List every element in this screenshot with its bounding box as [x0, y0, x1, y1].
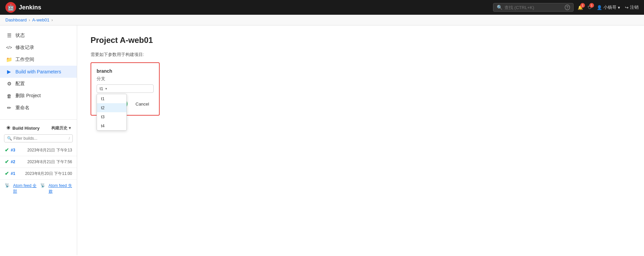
shield-badge[interactable]: 🛡 1: [588, 5, 592, 10]
branch-dropdown-wrapper[interactable]: t1 ▾ t1 t2 t3 t4: [97, 84, 154, 93]
jenkins-logo-icon: 🤖: [5, 2, 16, 13]
sidebar-item-config[interactable]: ⚙ 配置: [0, 78, 77, 90]
dropdown-caret-icon: ▾: [105, 87, 107, 90]
sidebar-item-delete[interactable]: 🗑 删除 Project: [0, 90, 77, 102]
option-t2[interactable]: t2: [97, 103, 126, 112]
atom-feed-bar: 📡 Atom feed 全部 📡 Atom feed 失败: [0, 180, 77, 198]
logo[interactable]: 🤖 Jenkins: [5, 2, 41, 13]
build-history-header: ☀ Build History 构建历史 ▾: [0, 122, 77, 132]
breadcrumb-sep-2: ›: [51, 17, 53, 22]
param-name: branch: [97, 68, 154, 74]
branch-dropdown-list[interactable]: t1 t2 t3 t4: [97, 94, 127, 131]
rename-icon: ✏: [6, 105, 12, 111]
filter-search-icon: 🔍: [7, 136, 12, 141]
sidebar-item-label-rename: 重命名: [15, 105, 30, 111]
build-num-2: ✔ #2: [5, 159, 15, 165]
logout-button[interactable]: ↪ 注销: [625, 4, 639, 10]
build-num-3: ✔ #3: [5, 147, 15, 153]
user-icon: 👤: [597, 5, 602, 10]
sidebar-item-workspace[interactable]: 📁 工作空间: [0, 54, 77, 66]
build-date-3: 2023年8月21日 下午9:13: [28, 147, 72, 153]
branch-dropdown[interactable]: t1 ▾: [97, 84, 154, 93]
sidebar-item-build-with-params[interactable]: ▶ Build with Parameters: [0, 66, 77, 78]
option-t1[interactable]: t1: [97, 94, 126, 103]
topnav-icons: 🔔 1 🛡 1 👤 小杨哥 ▾ ↪ 注销: [578, 4, 639, 10]
build-date-2: 2023年8月21日 下午7:56: [28, 159, 72, 165]
breadcrumb-aweb01[interactable]: A-web01: [32, 17, 49, 22]
sidebar-item-rename[interactable]: ✏ 重命名: [0, 102, 77, 114]
sidebar-item-label-delete: 删除 Project: [15, 93, 41, 99]
atom-feed-fail[interactable]: Atom feed 失败: [49, 183, 72, 194]
slash-icon: /: [69, 136, 70, 140]
layout: ☰ 状态 </> 修改记录 📁 工作空间 ▶ Build with Parame…: [0, 25, 644, 255]
build-num-label-2: #2: [11, 159, 15, 164]
logout-icon: ↪: [625, 5, 629, 10]
sidebar-item-label-changes: 修改记录: [15, 45, 34, 51]
user-menu[interactable]: 👤 小杨哥 ▾: [597, 4, 620, 10]
atom-feed-all[interactable]: Atom feed 全部: [13, 183, 37, 194]
main-content: Project A-web01 需要如下参数用于构建项目: branch 分支 …: [77, 25, 644, 255]
build-num-label-3: #3: [11, 148, 15, 152]
sidebar: ☰ 状态 </> 修改记录 📁 工作空间 ▶ Build with Parame…: [0, 25, 77, 255]
build-date-1: 2023年8月20日 下午11:00: [25, 171, 72, 177]
top-nav: 🤖 Jenkins 🔍 ? 🔔 1 🛡 1 👤 小杨哥 ▾ ↪ 注销: [0, 0, 644, 15]
build-num-label-1: #1: [11, 171, 15, 176]
build-history-section: ☀ Build History 构建历史 ▾ 🔍 / ✔ #3 2023年8月2…: [0, 119, 77, 198]
atom-icon-1: 📡: [5, 183, 10, 194]
breadcrumb-sep-1: ›: [29, 17, 30, 22]
search-icon: 🔍: [497, 5, 502, 10]
option-t3[interactable]: t3: [97, 112, 126, 121]
chevron-down-icon: ▾: [618, 5, 620, 10]
logo-text: Jenkins: [19, 4, 41, 11]
search-input[interactable]: [504, 5, 563, 10]
params-box: branch 分支 t1 ▾ t1 t2 t3 t4 开始构建 Cancel: [91, 62, 160, 116]
changes-icon: </>: [6, 45, 12, 50]
sidebar-item-label-status: 状态: [15, 33, 25, 39]
build-history-label-zh: 构建历史: [51, 125, 67, 131]
help-icon[interactable]: ?: [565, 5, 570, 10]
cancel-button[interactable]: Cancel: [131, 99, 154, 109]
breadcrumb: Dashboard › A-web01 ›: [0, 15, 644, 25]
build-icon: ▶: [6, 69, 12, 75]
status-icon: ☰: [6, 33, 12, 39]
sidebar-item-label-config: 配置: [15, 81, 25, 87]
notification-bell[interactable]: 🔔 1: [578, 5, 583, 10]
build-item-1[interactable]: ✔ #1 2023年8月20日 下午11:00: [0, 168, 77, 180]
check-icon-1: ✔: [5, 171, 9, 177]
search-bar[interactable]: 🔍 ?: [493, 3, 574, 12]
shield-count: 1: [589, 3, 594, 8]
build-history-toggle[interactable]: 构建历史 ▾: [51, 125, 71, 131]
param-sublabel: 分支: [97, 76, 154, 82]
config-icon: ⚙: [6, 81, 12, 87]
chevron-down-icon: ▾: [69, 126, 71, 130]
sidebar-item-changes[interactable]: </> 修改记录: [0, 42, 77, 54]
params-description: 需要如下参数用于构建项目:: [91, 52, 631, 58]
sun-icon: ☀: [6, 125, 10, 131]
user-label: 小杨哥: [603, 4, 616, 10]
check-icon-2: ✔: [5, 159, 9, 165]
build-item-2[interactable]: ✔ #2 2023年8月21日 下午7:56: [0, 156, 77, 168]
build-history-label: Build History: [12, 126, 40, 131]
notification-count: 1: [580, 3, 585, 8]
build-item-3[interactable]: ✔ #3 2023年8月21日 下午9:13: [0, 144, 77, 156]
logout-label: 注销: [630, 4, 639, 10]
page-title: Project A-web01: [91, 36, 631, 45]
sidebar-item-label-workspace: 工作空间: [15, 57, 34, 63]
build-num-1: ✔ #1: [5, 171, 15, 177]
atom-icon-2: 📡: [40, 183, 45, 194]
build-history-filter[interactable]: 🔍 /: [4, 134, 73, 142]
sidebar-item-label-build: Build with Parameters: [15, 69, 61, 74]
breadcrumb-dashboard[interactable]: Dashboard: [5, 17, 27, 22]
selected-option: t1: [100, 86, 103, 91]
build-filter-input[interactable]: [13, 136, 67, 141]
workspace-icon: 📁: [6, 57, 12, 63]
sidebar-item-status[interactable]: ☰ 状态: [0, 29, 77, 42]
option-t4[interactable]: t4: [97, 121, 126, 130]
delete-icon: 🗑: [6, 93, 12, 99]
check-icon-3: ✔: [5, 147, 9, 153]
